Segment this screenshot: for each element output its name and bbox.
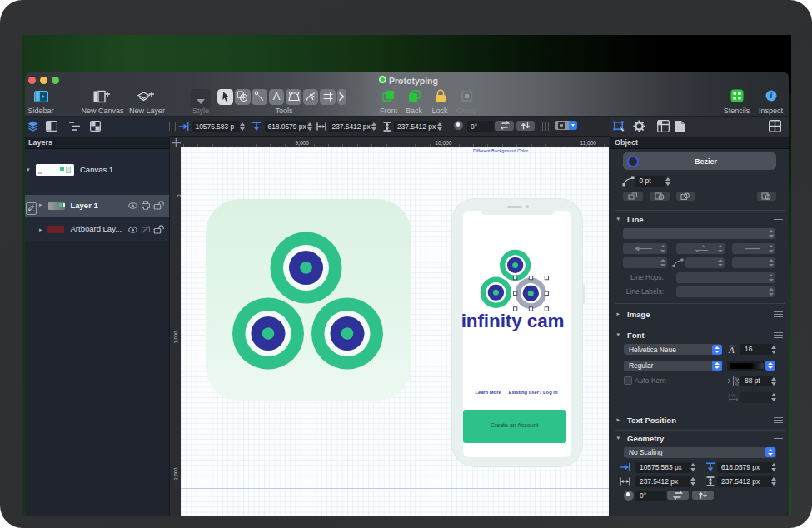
svg-text:At: At: [735, 376, 739, 381]
svg-text:A W: A W: [728, 393, 735, 398]
svg-text:A: A: [273, 91, 281, 103]
svg-text:i: i: [770, 91, 773, 100]
svg-text:At: At: [735, 381, 739, 386]
